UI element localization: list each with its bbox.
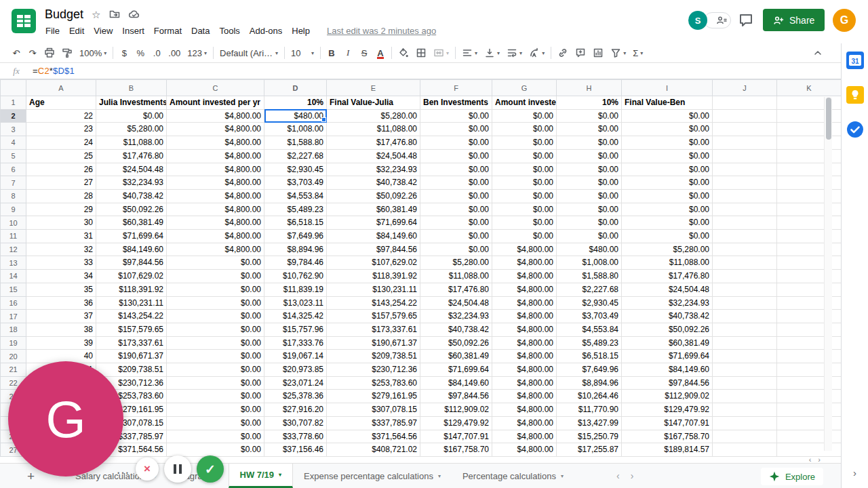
cell-E8[interactable]: $50,092.26: [327, 189, 420, 203]
cell-B13[interactable]: $97,844.56: [96, 256, 167, 270]
vertical-scrollbar[interactable]: [824, 97, 832, 451]
comments-icon[interactable]: [738, 12, 754, 28]
row-header-17[interactable]: 17: [1, 310, 26, 323]
cell-G24[interactable]: $4,800.00: [492, 403, 557, 417]
cell-J10[interactable]: [713, 216, 777, 230]
cell-H17[interactable]: $3,703.49: [557, 310, 622, 323]
row-header-6[interactable]: 6: [1, 163, 26, 176]
cell-G1[interactable]: Amount invested per yr: [492, 96, 557, 110]
cell-J7[interactable]: [713, 176, 777, 190]
formula-bar[interactable]: fx =C2*$D$1: [0, 63, 841, 79]
cell-A6[interactable]: 26: [26, 163, 96, 176]
caret-down-icon[interactable]: ▾: [438, 473, 441, 479]
cell-E13[interactable]: $107,629.02: [327, 256, 420, 270]
cell-E14[interactable]: $118,391.92: [327, 270, 420, 283]
panel-expand-icon[interactable]: ›: [842, 467, 868, 479]
borders-button[interactable]: [412, 45, 430, 61]
cell-C13[interactable]: $0.00: [167, 256, 264, 270]
cell-D14[interactable]: $10,762.90: [264, 270, 327, 283]
cell-E27[interactable]: $408,721.02: [327, 443, 420, 457]
cell-E26[interactable]: $371,564.56: [327, 430, 420, 443]
calendar-icon[interactable]: 31: [846, 52, 864, 69]
caret-down-icon[interactable]: ▾: [561, 473, 564, 479]
row-header-18[interactable]: 18: [1, 323, 26, 336]
cell-E16[interactable]: $143,254.22: [327, 296, 420, 310]
row-header-1[interactable]: 1: [1, 96, 26, 110]
cell-I10[interactable]: $0.00: [622, 216, 713, 230]
presenter-avatar[interactable]: S: [688, 11, 707, 30]
cell-C21[interactable]: $0.00: [167, 363, 264, 377]
column-header-G[interactable]: G: [492, 80, 557, 96]
cell-C18[interactable]: $0.00: [167, 323, 264, 336]
cell-H24[interactable]: $11,770.90: [557, 403, 622, 417]
cell-F14[interactable]: $11,088.00: [420, 270, 492, 283]
recording-done-button[interactable]: ✓: [197, 455, 224, 483]
cell-D6[interactable]: $2,930.45: [264, 163, 327, 176]
cell-C6[interactable]: $4,800.00: [167, 163, 264, 176]
cell-D22[interactable]: $23,071.24: [264, 376, 327, 390]
row-header-16[interactable]: 16: [1, 296, 26, 310]
cell-D12[interactable]: $8,894.96: [264, 243, 327, 256]
sheet-tab-expense-percentage-calculations[interactable]: Expense percentage calculations▾: [293, 464, 452, 488]
cell-B3[interactable]: $5,280.00: [96, 123, 167, 136]
cell-H27[interactable]: $17,255.87: [557, 443, 622, 457]
cell-C14[interactable]: $0.00: [167, 270, 264, 283]
cell-E21[interactable]: $230,712.36: [327, 363, 420, 377]
cell-H9[interactable]: $0.00: [557, 203, 622, 216]
cell-H6[interactable]: $0.00: [557, 163, 622, 176]
cell-H12[interactable]: $480.00: [557, 243, 622, 256]
menu-view[interactable]: View: [89, 24, 117, 38]
cell-H13[interactable]: $1,008.00: [557, 256, 622, 270]
cell-A19[interactable]: 39: [26, 336, 96, 350]
row-header-5[interactable]: 5: [1, 149, 26, 163]
cell-I2[interactable]: $0.00: [622, 109, 713, 123]
cell-A18[interactable]: 38: [26, 323, 96, 336]
cell-H22[interactable]: $8,894.96: [557, 376, 622, 390]
horizontal-align-button[interactable]: ▾: [458, 45, 481, 61]
cell-I27[interactable]: $189,814.57: [622, 443, 713, 457]
cell-F4[interactable]: $0.00: [420, 136, 492, 150]
column-header-A[interactable]: A: [26, 80, 96, 96]
cell-F17[interactable]: $32,234.93: [420, 310, 492, 323]
cell-J24[interactable]: [713, 403, 777, 417]
keep-icon[interactable]: [846, 86, 864, 104]
recording-more-button[interactable]: …: [115, 462, 130, 477]
cell-C7[interactable]: $4,800.00: [167, 176, 264, 190]
cell-G4[interactable]: $0.00: [492, 136, 557, 150]
cell-H5[interactable]: $0.00: [557, 149, 622, 163]
cell-F20[interactable]: $60,381.49: [420, 350, 492, 363]
cell-H26[interactable]: $15,250.79: [557, 430, 622, 443]
cell-I3[interactable]: $0.00: [622, 123, 713, 136]
vertical-scrollbar-thumb[interactable]: [826, 98, 831, 140]
cell-J18[interactable]: [713, 323, 777, 336]
strikethrough-button[interactable]: S: [356, 45, 372, 61]
cell-I15[interactable]: $24,504.48: [622, 283, 713, 296]
cell-I18[interactable]: $50,092.26: [622, 323, 713, 336]
cell-G13[interactable]: $4,800.00: [492, 256, 557, 270]
cell-D3[interactable]: $1,008.00: [264, 123, 327, 136]
formula-input[interactable]: =C2*$D$1: [33, 66, 75, 76]
row-header-11[interactable]: 11: [1, 230, 26, 243]
cell-F7[interactable]: $0.00: [420, 176, 492, 190]
cell-J8[interactable]: [713, 189, 777, 203]
cell-I20[interactable]: $71,699.64: [622, 350, 713, 363]
cell-G9[interactable]: $0.00: [492, 203, 557, 216]
cell-A8[interactable]: 28: [26, 189, 96, 203]
cell-I21[interactable]: $84,149.60: [622, 363, 713, 377]
row-header-12[interactable]: 12: [1, 243, 26, 256]
cell-I9[interactable]: $0.00: [622, 203, 713, 216]
cell-C16[interactable]: $0.00: [167, 296, 264, 310]
cell-C2[interactable]: $4,800.00: [167, 109, 264, 123]
cell-J9[interactable]: [713, 203, 777, 216]
cell-D4[interactable]: $1,588.80: [264, 136, 327, 150]
text-wrap-button[interactable]: ▾: [503, 45, 526, 61]
cell-F21[interactable]: $71,699.64: [420, 363, 492, 377]
cell-J4[interactable]: [713, 136, 777, 150]
cell-H19[interactable]: $5,489.23: [557, 336, 622, 350]
cell-H11[interactable]: $0.00: [557, 230, 622, 243]
decrease-decimals-button[interactable]: .0: [149, 45, 165, 61]
cell-B21[interactable]: $209,738.51: [96, 363, 167, 377]
cell-C17[interactable]: $0.00: [167, 310, 264, 323]
cell-E1[interactable]: Final Value-Julia: [327, 96, 420, 110]
share-button[interactable]: Share: [763, 9, 825, 31]
